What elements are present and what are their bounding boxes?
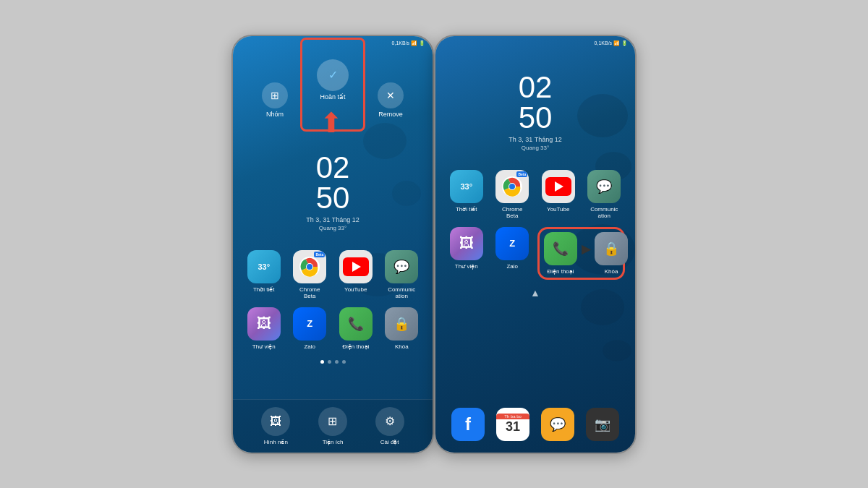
right-app-comm[interactable]: 💬 Communication [584,170,626,220]
utility-icon: ⊞ [318,407,347,436]
right-app-gallery[interactable]: 🖼 Thư viện [446,227,488,270]
right-youtube-label: YouTube [547,206,569,213]
clock-time: 0250 [316,153,350,213]
dot-4 [342,360,346,364]
clock-date: Th 3, 31 Tháng 12 [306,216,359,223]
right-comm-label: Communication [590,206,618,220]
app-zalo[interactable]: Z Zalo [289,307,331,351]
right-chrome-label: ChromeBeta [502,206,522,220]
right-status-bar: 0,1KB/s 📶 🔋 [435,36,635,51]
right-lock-label: Khóa [605,268,618,275]
right-youtube-icon [542,170,575,203]
zalo-icon: Z [293,307,326,341]
edit-bar: ⊞ Nhóm ✓ Hoàn tất ⬆ ✕ Remove [233,53,433,147]
right-app-grid-row1: 33° Thời tiết Beta ChromeBeta [435,170,635,220]
lock-icon: 🔒 [385,307,418,341]
weather-label: Thời tiết [253,286,275,294]
app-lock[interactable]: 🔒 Khóa [381,307,423,351]
youtube-label: YouTube [344,286,367,294]
status-bar: 0,1KB/s 📶 🔋 [233,36,433,51]
clock-weather: Quang 33° [319,225,346,231]
status-text: 0,1KB/s 📶 🔋 [392,40,425,46]
hoan-tat-label: Hoàn tất [320,93,345,100]
dot-2 [328,360,331,364]
dock-wallpaper[interactable]: 🖼 Hình nền [261,407,290,445]
svg-point-6 [509,184,515,189]
highlight-box: 📞 Điện thoại ▶ 🔒 Khóa [537,227,625,281]
right-phone-label: Điện thoại [547,268,574,275]
chrome-icon: Beta [293,250,326,283]
nhom-icon: ⊞ [262,82,288,108]
nhom-button[interactable]: ⊞ Nhóm [262,82,288,118]
left-phone: 0,1KB/s 📶 🔋 ⊞ Nhóm ✓ Hoàn tất ⬆ ✕ Remove [231,35,434,454]
comm-label: Communication [388,286,415,300]
phone-icon: 📞 [339,307,373,341]
right-gallery-icon: 🖼 [450,227,483,260]
gallery-icon: 🖼 [247,307,281,341]
right-bottom-apps-row: f Th ba bo 31 💬 📷 [435,403,635,445]
right-zalo-icon: Z [495,227,529,260]
right-lock-icon: 🔒 [595,232,628,265]
right-clock-area: 0250 Th 3, 31 Tháng 12 Quang 33° [509,72,561,151]
app-youtube[interactable]: YouTube [335,250,377,300]
right-app-camera[interactable]: 📷 [586,408,619,441]
right-app-calendar[interactable]: Th ba bo 31 [496,408,529,441]
right-app-youtube[interactable]: YouTube [537,170,579,220]
hoan-tat-wrapper: ✓ Hoàn tất ⬆ [317,59,349,141]
bottom-dock: 🖼 Hình nền ⊞ Tiện ích ⚙ Cài đặt [233,399,433,453]
right-clock-weather: Quang 33° [522,145,549,151]
page-dots [320,360,346,364]
youtube-icon [339,250,373,283]
weather-icon: 33° [247,250,281,283]
utility-label: Tiện ích [323,439,344,445]
right-phone: 0,1KB/s 📶 🔋 0250 Th 3, 31 Tháng 12 Quang… [434,35,637,454]
app-grid-row2: 🖼 Thư viện Z Zalo 📞 Điện thoại 🔒 Khóa [233,307,433,351]
app-chrome-beta[interactable]: Beta ChromeBeta [289,250,331,300]
right-app-grid-row2: 🖼 Thư viện Z Zalo 📞 Điện thoại [435,227,635,281]
gallery-label: Thư viện [252,343,276,351]
calendar-icon: Th ba bo 31 [496,408,529,441]
right-clock-date: Th 3, 31 Tháng 12 [509,136,561,143]
nhom-label: Nhóm [266,111,284,118]
highlighted-apps-wrapper: 📞 Điện thoại ▶ 🔒 Khóa [537,227,625,281]
dot-3 [335,360,339,364]
app-comm[interactable]: 💬 Communication [381,250,423,300]
right-app-facebook[interactable]: f [451,408,485,441]
right-weather-icon: 33° [450,170,483,203]
arrow-right-icon: ▶ [582,242,590,256]
right-app-zalo[interactable]: Z Zalo [492,227,534,270]
right-status-text: 0,1KB/s 📶 🔋 [595,40,628,46]
messages-icon: 💬 [541,408,574,441]
right-app-lock[interactable]: 🔒 Khóa [595,232,628,275]
dock-settings[interactable]: ⚙ Cài đặt [375,407,404,445]
app-weather[interactable]: 33° Thời tiết [243,250,285,300]
arrow-up-icon: ⬆ [317,105,346,141]
chrome-label: ChromeBeta [299,286,320,300]
facebook-icon: f [451,408,485,441]
svg-point-3 [307,264,312,270]
settings-label: Cài đặt [380,439,399,445]
app-gallery[interactable]: 🖼 Thư viện [243,307,285,351]
app-phone[interactable]: 📞 Điện thoại [335,307,377,351]
right-app-weather[interactable]: 33° Thời tiết [446,170,488,220]
right-clock-time: 0250 [519,72,553,133]
clock-area: 0250 Th 3, 31 Tháng 12 Quang 33° [306,153,359,231]
right-zalo-label: Zalo [506,263,518,270]
app-grid-row1: 33° Thời tiết [233,250,433,300]
chevron-up-icon: ▲ [530,287,540,299]
remove-label: Remove [378,111,403,118]
right-app-messages[interactable]: 💬 [541,408,574,441]
camera-icon: 📷 [586,408,619,441]
wallpaper-label: Hình nền [264,439,288,445]
right-app-chrome[interactable]: Beta ChromeBeta [492,170,534,220]
right-app-phone[interactable]: 📞 Điện thoại [544,232,577,275]
remove-button[interactable]: ✕ Remove [378,82,404,118]
right-gallery-label: Thư viện [455,263,478,270]
zalo-label: Zalo [304,343,315,351]
right-chrome-icon: Beta [495,170,529,203]
hoan-tat-button[interactable]: ✓ Hoàn tất [317,59,349,100]
dock-utility[interactable]: ⊞ Tiện ích [318,407,347,445]
phone-label: Điện thoại [342,343,369,351]
dot-1 [320,360,324,364]
settings-icon: ⚙ [375,407,404,436]
